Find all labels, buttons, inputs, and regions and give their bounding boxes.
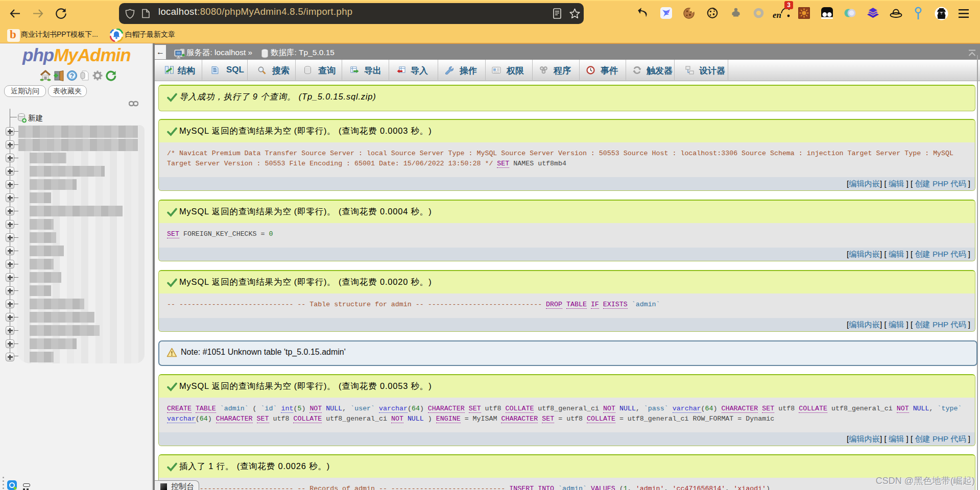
svg-text:?: ? [70, 72, 74, 80]
